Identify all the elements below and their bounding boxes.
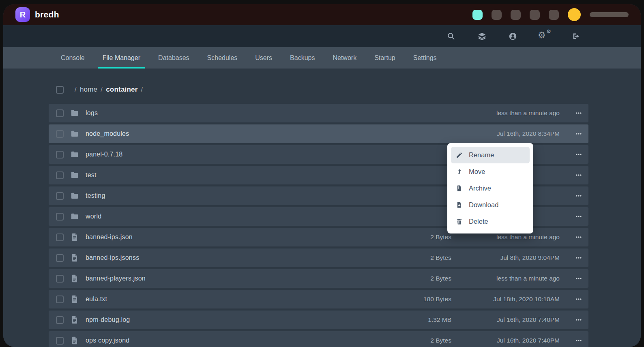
tab-console[interactable]: Console (52, 47, 94, 69)
signout-icon[interactable] (571, 31, 581, 41)
file-modified: less than a minute ago (458, 233, 565, 241)
file-modified: Jul 16th, 2020 8:34PM (458, 130, 565, 137)
table-row[interactable]: node_modules Jul 16th, 2020 8:34PM (49, 124, 588, 143)
table-row[interactable]: logs less than a minute ago (49, 104, 588, 122)
row-checkbox[interactable] (56, 296, 64, 303)
row-checkbox[interactable] (56, 192, 64, 200)
search-icon[interactable] (446, 31, 456, 41)
file-name: testing (86, 192, 105, 199)
tab-startup[interactable]: Startup (365, 47, 404, 69)
menu-item-move[interactable]: Move (451, 163, 530, 180)
menu-item-label: Rename (469, 151, 494, 159)
file-name: panel-0.7.18 (86, 151, 122, 158)
row-actions-button[interactable] (571, 192, 586, 200)
ellipsis-icon (575, 316, 583, 324)
top-nav: ⚙ ⚙ (3, 25, 641, 47)
tab-users[interactable]: Users (246, 47, 281, 69)
file-name: banned-ips.json (86, 233, 133, 241)
tab-settings[interactable]: Settings (404, 47, 446, 69)
row-actions-button[interactable] (571, 336, 586, 345)
brand-logo-icon: R (15, 7, 30, 22)
ellipsis-icon (575, 233, 583, 241)
menu-item-download[interactable]: Download (451, 197, 530, 213)
ellipsis-icon (575, 171, 583, 179)
window-button-teal[interactable] (472, 10, 483, 20)
window-button-4[interactable] (549, 10, 559, 20)
breadcrumb: /home/container/ (75, 86, 143, 94)
folder-icon (70, 171, 79, 180)
ellipsis-icon (575, 109, 583, 117)
row-context-menu: RenameMoveArchiveDownloadDelete (447, 143, 533, 233)
row-actions-button[interactable] (571, 212, 586, 221)
table-row[interactable]: eula.txt 180 Bytes Jul 18th, 2020 10:10A… (49, 290, 588, 308)
file-size: 1.32 MB (386, 316, 451, 323)
file-modified: Jul 16th, 2020 7:40PM (458, 316, 565, 323)
row-actions-button[interactable] (571, 150, 586, 159)
brand-name: bredh (35, 10, 59, 19)
tab-network[interactable]: Network (324, 47, 365, 69)
file-icon (70, 315, 79, 324)
file-size: 180 Bytes (386, 296, 451, 303)
row-actions-button[interactable] (571, 171, 586, 179)
table-row[interactable]: banned-players.json 2 Bytes less than a … (49, 269, 588, 288)
download-icon (456, 201, 463, 208)
ellipsis-icon (575, 254, 583, 262)
ellipsis-icon (575, 212, 583, 221)
row-checkbox[interactable] (56, 151, 64, 159)
file-modified: Jul 18th, 2020 10:10AM (458, 296, 565, 303)
menu-item-label: Move (469, 168, 485, 176)
tab-backups[interactable]: Backups (281, 47, 324, 69)
tab-schedules[interactable]: Schedules (198, 47, 247, 69)
select-all-checkbox[interactable] (56, 86, 64, 94)
file-size: 2 Bytes (386, 275, 451, 282)
row-checkbox[interactable] (56, 275, 64, 283)
row-actions-button[interactable] (571, 233, 586, 241)
ellipsis-icon (575, 192, 583, 200)
row-checkbox[interactable] (56, 254, 64, 262)
row-checkbox[interactable] (56, 316, 64, 324)
row-actions-button[interactable] (571, 274, 586, 283)
tab-file-manager[interactable]: File Manager (94, 47, 149, 69)
row-checkbox[interactable] (56, 171, 64, 179)
row-actions-button[interactable] (571, 295, 586, 303)
table-row[interactable]: npm-debug.log 1.32 MB Jul 16th, 2020 7:4… (49, 311, 588, 329)
folder-icon (70, 109, 79, 118)
breadcrumb-home-link[interactable]: home (80, 86, 97, 93)
row-actions-button[interactable] (571, 109, 586, 117)
file-size: 2 Bytes (386, 233, 451, 241)
tab-databases[interactable]: Databases (149, 47, 198, 69)
row-checkbox[interactable] (56, 213, 64, 221)
file-name: ops copy.jsond (86, 337, 129, 344)
file-icon (70, 295, 79, 304)
gear-big-icon: ⚙ (538, 30, 546, 40)
table-row[interactable]: banned-ips.jsonss 2 Bytes Jul 8th, 2020 … (49, 248, 588, 267)
layers-icon[interactable] (477, 31, 487, 41)
row-actions-button[interactable] (571, 130, 586, 138)
row-checkbox[interactable] (56, 233, 64, 241)
window-button-2[interactable] (511, 10, 521, 20)
ellipsis-icon (575, 295, 583, 303)
archive-icon (456, 185, 463, 192)
window-button-3[interactable] (530, 10, 540, 20)
window-button-yellow[interactable] (568, 8, 581, 21)
row-actions-button[interactable] (571, 316, 586, 324)
ellipsis-icon (575, 130, 583, 138)
window-button-1[interactable] (492, 10, 502, 20)
row-checkbox[interactable] (56, 337, 64, 345)
menu-item-delete[interactable]: Delete (451, 213, 530, 230)
file-size: 2 Bytes (386, 254, 451, 261)
gears-icon[interactable]: ⚙ ⚙ (539, 31, 550, 41)
user-icon[interactable] (508, 31, 517, 41)
menu-item-label: Download (469, 201, 498, 209)
breadcrumb-separator: / (141, 86, 143, 93)
row-checkbox[interactable] (56, 109, 64, 117)
menu-item-archive[interactable]: Archive (451, 180, 530, 197)
window-handle-pill[interactable] (590, 12, 629, 17)
row-actions-button[interactable] (571, 254, 586, 262)
menu-item-rename[interactable]: Rename (451, 147, 530, 163)
ellipsis-icon (575, 150, 583, 159)
file-icon (70, 336, 79, 345)
file-modified: less than a minute ago (458, 275, 565, 282)
row-checkbox[interactable] (56, 130, 64, 138)
table-row[interactable]: ops copy.jsond 2 Bytes Jul 16th, 2020 7:… (49, 331, 588, 347)
